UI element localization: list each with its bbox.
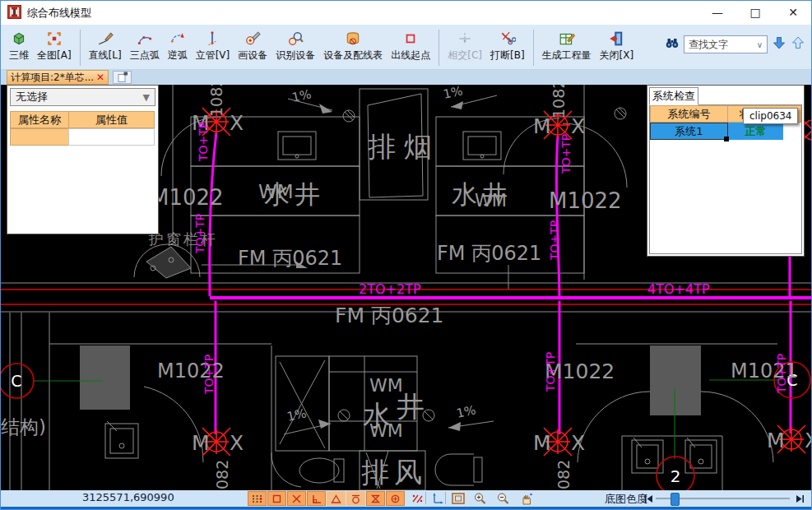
toolbar-button-reverse-arc[interactable]: 逆弧 — [164, 29, 192, 63]
quantity-table-icon — [559, 29, 575, 49]
exit-door-icon — [608, 29, 624, 49]
statusbar: 3125571,690990 底图色度 — [0, 490, 812, 507]
document-tabbar: 计算项目:2*单芯... ✕ — [0, 70, 812, 85]
draw-device-icon — [244, 29, 261, 49]
property-name-header: 属性名称 — [10, 111, 69, 128]
shear-wall — [650, 345, 701, 415]
svg-text:TO+TP: TO+TP — [193, 214, 206, 254]
toolbar-button-outlet-start[interactable]: 出线起点 — [387, 29, 434, 63]
system-check-table: 系统编号 状态 系统1 正常 — [649, 104, 802, 254]
toolbar-button-device-wire-table[interactable]: 设备及配线表 — [319, 29, 387, 63]
zoom-extents-button[interactable] — [448, 490, 468, 506]
find-previous-icon[interactable] — [791, 35, 805, 53]
tooltip: clip0634 — [743, 108, 798, 124]
tab-calculation-project[interactable]: 计算项目:2*单芯... ✕ — [7, 70, 109, 85]
svg-text:M: M — [533, 431, 551, 455]
selection-dropdown[interactable]: 无选择 ▼ — [10, 88, 155, 106]
chevron-down-icon: ▼ — [143, 92, 150, 103]
selection-handle[interactable] — [724, 137, 729, 141]
base-image-chroma-label: 底图色度 — [605, 492, 647, 507]
chroma-min-button[interactable] — [643, 493, 653, 504]
system-row-number[interactable]: 系统1 — [650, 123, 728, 140]
svg-text:水井: 水井 — [264, 179, 325, 209]
svg-text:TO+TP: TO+TP — [197, 122, 210, 162]
svg-text:2: 2 — [670, 466, 681, 486]
tab-system-check[interactable]: 系统检查 — [649, 87, 698, 105]
toolbar-button-three-point-arc[interactable]: 三点弧 — [126, 29, 164, 63]
svg-text:082: 082 — [213, 460, 231, 489]
toolbar-separator — [438, 30, 439, 66]
pencil-line-icon — [97, 29, 114, 49]
find-text-input[interactable]: 查找文字 ∨ — [684, 35, 768, 53]
toolbar-button-break[interactable]: 打断[B] — [486, 29, 529, 63]
find-text-value: 查找文字 — [689, 38, 728, 52]
app-icon — [7, 5, 21, 19]
toolbar-button-identify-device[interactable]: 识别设备 — [271, 29, 319, 63]
close-button[interactable]: ✕ — [774, 0, 812, 25]
svg-text:4TO+4TP: 4TO+4TP — [647, 281, 710, 297]
selection-dropdown-value: 无选择 — [16, 90, 48, 104]
svg-text:TO+TP: TO+TP — [544, 352, 557, 392]
property-name-cell[interactable] — [10, 128, 69, 146]
svg-text:2TO+2TP: 2TO+2TP — [359, 281, 421, 297]
property-panel: 无选择 ▼ 属性名称 属性值 — [7, 85, 159, 234]
midpoint-snap-toggle[interactable] — [366, 491, 385, 506]
toolbar-button-riser[interactable]: 立管[V] — [192, 29, 234, 63]
tangent-snap-toggle[interactable] — [346, 491, 365, 506]
svg-text:(结构): (结构) — [0, 416, 46, 438]
svg-text:082: 082 — [554, 460, 573, 489]
binoculars-icon[interactable] — [665, 35, 680, 53]
svg-text:1%: 1% — [455, 402, 477, 421]
window-bottom-edge — [0, 507, 812, 510]
find-next-icon[interactable] — [772, 35, 786, 53]
svg-text:X: X — [230, 431, 244, 455]
toolbar-button-draw-device[interactable]: 画设备 — [234, 29, 271, 63]
svg-text:X: X — [805, 429, 812, 452]
tab-close-icon[interactable]: ✕ — [96, 72, 104, 83]
toolbar-separator — [80, 30, 81, 66]
svg-text:TO+TP: TO+TP — [559, 134, 573, 174]
property-value-cell[interactable] — [68, 128, 155, 146]
nearest-snap-toggle[interactable] — [327, 491, 346, 506]
system-row-status[interactable]: 正常 — [728, 123, 783, 140]
chroma-slider-thumb[interactable] — [670, 493, 680, 506]
window-title: 综合布线模型 — [27, 6, 91, 21]
property-table: 属性名称 属性值 — [10, 111, 155, 146]
svg-text:FM 丙0621: FM 丙0621 — [335, 304, 444, 327]
svg-text:FM 丙0621: FM 丙0621 — [238, 247, 342, 270]
titlebar: 综合布线模型 — □ ✕ — [0, 0, 812, 26]
parallel-snap-toggle[interactable] — [407, 490, 427, 506]
endpoint-snap-toggle[interactable] — [267, 491, 286, 506]
maximize-button[interactable]: □ — [736, 0, 774, 25]
identify-device-icon — [287, 29, 304, 49]
svg-text:M: M — [767, 429, 785, 452]
intersection-snap-toggle[interactable] — [287, 491, 306, 506]
svg-text:X: X — [571, 431, 585, 455]
toolbar-button-line[interactable]: 直线[L] — [85, 29, 126, 63]
svg-text:TO+TP: TO+TP — [548, 220, 561, 261]
zoom-in-button[interactable] — [471, 490, 490, 506]
toolbar-button-3d[interactable]: 三维 — [5, 29, 33, 63]
pan-hand-icon[interactable] — [517, 490, 536, 506]
chroma-max-button[interactable] — [795, 493, 805, 504]
svg-text:1082: 1082 — [207, 85, 225, 117]
toolbar-button-generate-quantity[interactable]: 生成工程量 — [538, 29, 596, 63]
svg-text:M: M — [533, 114, 551, 138]
new-tab-button[interactable] — [113, 71, 132, 84]
perpendicular-snap-toggle[interactable] — [307, 491, 326, 506]
svg-text:X: X — [571, 114, 585, 138]
zoom-out-button[interactable] — [494, 490, 513, 506]
svg-text:1%: 1% — [290, 86, 313, 105]
outlet-start-icon — [402, 29, 419, 49]
minimize-button[interactable]: — — [698, 0, 736, 25]
toolbar-button-close-module[interactable]: 关闭[X] — [596, 29, 638, 63]
svg-text:M1022: M1022 — [549, 188, 622, 213]
svg-text:1082: 1082 — [550, 85, 568, 118]
center-snap-toggle[interactable] — [386, 491, 405, 506]
grid-snap-toggle[interactable] — [248, 491, 267, 506]
system-number-header: 系统编号 — [650, 105, 728, 123]
property-value-header: 属性值 — [68, 111, 155, 128]
svg-text:TO+TP: TO+TP — [202, 355, 216, 395]
toolbar-button-full-view[interactable]: 全图[A] — [33, 29, 76, 63]
intersect-icon — [457, 29, 473, 49]
